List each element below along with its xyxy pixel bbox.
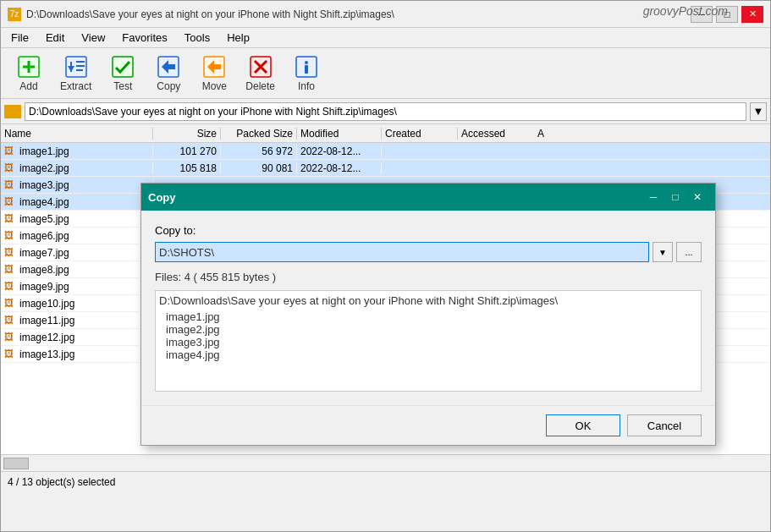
copy-file-list: D:\Downloads\Save your eyes at night on … <box>155 290 702 392</box>
dialog-maximize-button[interactable]: □ <box>664 188 686 206</box>
list-item: image2.jpg <box>159 323 697 336</box>
list-item: image1.jpg <box>159 310 697 323</box>
dialog-footer: OK Cancel <box>141 405 715 445</box>
dialog-body: Copy to: ▼ ... Files: 4 ( 455 815 bytes … <box>141 211 715 405</box>
dialog-overlay: Copy ─ □ ✕ Copy to: ▼ ... Files: 4 ( 455… <box>1 1 770 531</box>
browse-button[interactable]: ... <box>676 242 702 262</box>
files-info: Files: 4 ( 455 815 bytes ) <box>155 271 702 283</box>
copy-to-label: Copy to: <box>155 224 702 237</box>
ok-button[interactable]: OK <box>546 414 620 436</box>
copy-destination-input[interactable] <box>155 242 649 262</box>
copy-dialog: Copy ─ □ ✕ Copy to: ▼ ... Files: 4 ( 455… <box>140 183 716 446</box>
dialog-minimize-button[interactable]: ─ <box>642 188 664 206</box>
dialog-file-entries: image1.jpgimage2.jpgimage3.jpgimage4.jpg <box>159 310 697 361</box>
list-item: image4.jpg <box>159 348 697 361</box>
cancel-button[interactable]: Cancel <box>627 414 702 436</box>
source-path: D:\Downloads\Save your eyes at night on … <box>159 294 697 307</box>
dialog-title-text: Copy <box>148 191 642 204</box>
copy-to-row: ▼ ... <box>155 242 702 262</box>
list-item: image3.jpg <box>159 336 697 348</box>
main-window: 7z D:\Downloads\Save your eyes at night … <box>0 0 771 532</box>
copy-dropdown-button[interactable]: ▼ <box>653 242 673 262</box>
dialog-title-bar: Copy ─ □ ✕ <box>141 184 715 211</box>
dialog-close-button[interactable]: ✕ <box>686 188 708 206</box>
